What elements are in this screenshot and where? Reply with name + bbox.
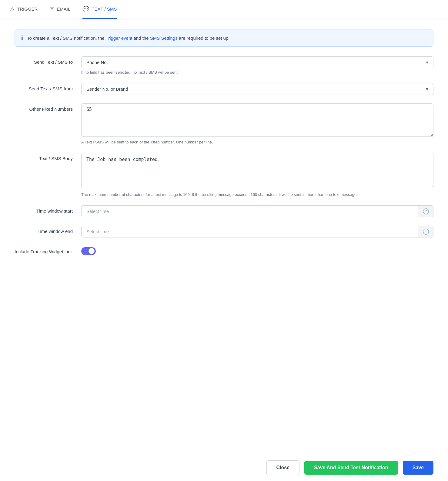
clock-icon-end: 🕐 <box>423 228 429 235</box>
body-textarea[interactable]: The Job has been completed. <box>81 153 433 189</box>
send-to-row: Send Text / SMS to Phone No. ▼ If no fie… <box>15 56 433 75</box>
time-end-input[interactable] <box>81 226 433 237</box>
time-end-input-wrapper: 🕐 <box>81 226 433 237</box>
time-end-label: Time window end <box>15 226 81 234</box>
trigger-event-link[interactable]: Trigger event <box>106 35 132 41</box>
tracking-label: Include Tracking Widget Link <box>15 246 81 254</box>
tab-text-sms[interactable]: 💬 TEXT / SMS <box>82 0 117 19</box>
time-start-control: 🕐 <box>81 205 433 217</box>
save-send-button[interactable]: Save And Send Test Notification <box>304 461 398 475</box>
body-hint: The maximum number of characters for a t… <box>81 192 433 197</box>
text-sms-icon: 💬 <box>82 6 89 12</box>
time-start-input[interactable] <box>81 205 433 217</box>
time-end-control: 🕐 <box>81 226 433 237</box>
tab-email[interactable]: ✉ EMAIL <box>50 0 70 19</box>
tracking-control <box>81 246 433 255</box>
tracking-toggle-wrapper <box>81 246 433 255</box>
send-from-control: Sender No. or Brand ▼ <box>81 83 433 95</box>
tracking-toggle[interactable] <box>81 247 96 255</box>
tab-trigger[interactable]: ⚠ TRIGGER <box>10 0 38 19</box>
clock-icon: 🕐 <box>423 208 429 215</box>
time-start-row: Time window start 🕐 <box>15 205 433 217</box>
fixed-numbers-row: Other Fixed Numbers 65 A Text / SMS will… <box>15 103 433 144</box>
time-start-clock-button[interactable]: 🕐 <box>418 205 433 217</box>
trigger-icon: ⚠ <box>10 6 15 12</box>
save-button[interactable]: Save <box>403 461 433 475</box>
info-icon: ℹ <box>21 34 23 42</box>
tab-text-sms-label: TEXT / SMS <box>92 6 117 12</box>
email-icon: ✉ <box>50 6 54 12</box>
send-from-select-wrapper: Sender No. or Brand ▼ <box>81 83 433 95</box>
send-to-label: Send Text / SMS to <box>15 56 81 65</box>
send-to-select-wrapper: Phone No. ▼ <box>81 56 433 68</box>
time-end-row: Time window end 🕐 <box>15 226 433 237</box>
fixed-numbers-textarea[interactable]: 65 <box>81 103 433 137</box>
time-start-input-wrapper: 🕐 <box>81 205 433 217</box>
send-from-select[interactable]: Sender No. or Brand <box>81 83 433 95</box>
fixed-numbers-hint: A Text / SMS will be sent to each of the… <box>81 140 433 144</box>
send-to-control: Phone No. ▼ If no field has been selecte… <box>81 56 433 75</box>
time-end-clock-button[interactable]: 🕐 <box>418 226 433 237</box>
main-content: ℹ To create a Text / SMS notification, t… <box>0 19 448 454</box>
info-text-middle: and the <box>134 35 150 41</box>
tab-trigger-label: TRIGGER <box>17 6 38 12</box>
time-start-label: Time window start <box>15 205 81 214</box>
fixed-numbers-control: 65 A Text / SMS will be sent to each of … <box>81 103 433 144</box>
info-text-before: To create a Text / SMS notification, the <box>27 35 106 41</box>
body-row: Text / SMS Body The Job has been complet… <box>15 153 433 197</box>
info-banner: ℹ To create a Text / SMS notification, t… <box>15 29 433 47</box>
close-button[interactable]: Close <box>266 460 300 475</box>
tab-email-label: EMAIL <box>57 6 70 12</box>
toggle-slider <box>81 247 96 255</box>
fixed-numbers-label: Other Fixed Numbers <box>15 103 81 112</box>
info-text-after: are required to be set up. <box>179 35 230 41</box>
body-label: Text / SMS Body <box>15 153 81 161</box>
tab-bar: ⚠ TRIGGER ✉ EMAIL 💬 TEXT / SMS <box>0 0 448 19</box>
body-control: The Job has been completed. The maximum … <box>81 153 433 197</box>
send-to-hint: If no field has been selected, no Text /… <box>81 70 433 75</box>
send-from-row: Send Text / SMS from Sender No. or Brand… <box>15 83 433 95</box>
footer: Close Save And Send Test Notification Sa… <box>0 454 448 481</box>
sms-settings-link[interactable]: SMS Settings <box>150 35 178 41</box>
send-to-select[interactable]: Phone No. <box>81 56 433 68</box>
tracking-row: Include Tracking Widget Link <box>15 246 433 255</box>
send-from-label: Send Text / SMS from <box>15 83 81 91</box>
